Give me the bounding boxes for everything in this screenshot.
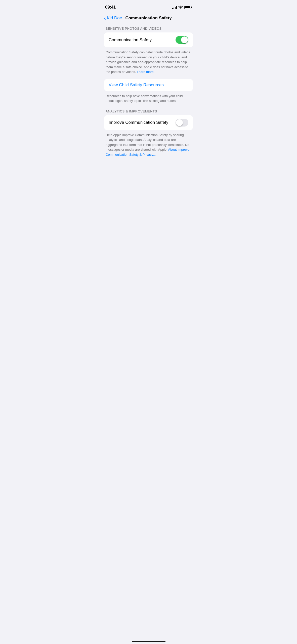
- improve-communication-card: Improve Communication Safety: [104, 115, 193, 130]
- communication-safety-card: Communication Safety: [104, 32, 193, 47]
- improve-communication-toggle[interactable]: [176, 119, 188, 127]
- back-label: Kid Doe: [107, 16, 122, 21]
- back-chevron-icon: ‹: [104, 16, 106, 21]
- communication-safety-row: Communication Safety: [104, 32, 193, 47]
- resources-card: View Child Safety Resources: [104, 79, 193, 91]
- status-time: 09:41: [105, 5, 116, 10]
- learn-more-link[interactable]: Learn more...: [137, 70, 156, 74]
- communication-safety-toggle[interactable]: [176, 36, 188, 44]
- status-icons: [172, 6, 192, 9]
- status-bar: 09:41: [99, 0, 198, 14]
- page-title: Communication Safety: [125, 16, 172, 21]
- battery-icon: [184, 6, 192, 9]
- signal-bar-1: [172, 8, 173, 9]
- sensitive-section-label: SENSITIVE PHOTOS AND VIDEOS: [104, 27, 193, 30]
- main-content: SENSITIVE PHOTOS AND VIDEOS Communicatio…: [99, 25, 198, 172]
- resources-row: View Child Safety Resources: [104, 79, 193, 91]
- improve-toggle-knob: [176, 119, 183, 126]
- back-button[interactable]: ‹ Kid Doe: [104, 16, 122, 21]
- resources-description: Resources to help have conversations wit…: [104, 92, 193, 103]
- communication-safety-description: Communication Safety can detect nude pho…: [104, 47, 193, 79]
- signal-bar-2: [174, 8, 174, 9]
- wifi-icon: [178, 6, 183, 9]
- section-gap-1: [104, 103, 193, 109]
- communication-safety-label: Communication Safety: [109, 37, 152, 43]
- nav-header: ‹ Kid Doe Communication Safety: [99, 14, 198, 25]
- battery-tip: [191, 7, 192, 8]
- toggle-knob: [181, 36, 188, 43]
- signal-icon: [172, 6, 177, 9]
- signal-bar-3: [175, 7, 176, 9]
- analytics-description: Help Apple improve Communication Safety …: [104, 130, 193, 162]
- signal-bar-4: [176, 6, 177, 9]
- analytics-section-label: ANALYTICS & IMPROVEMENTS: [104, 109, 193, 113]
- battery-fill: [185, 6, 190, 8]
- improve-communication-row: Improve Communication Safety: [104, 115, 193, 130]
- improve-communication-label: Improve Communication Safety: [109, 120, 168, 125]
- battery-body: [184, 6, 191, 9]
- view-child-safety-resources-link[interactable]: View Child Safety Resources: [109, 83, 188, 88]
